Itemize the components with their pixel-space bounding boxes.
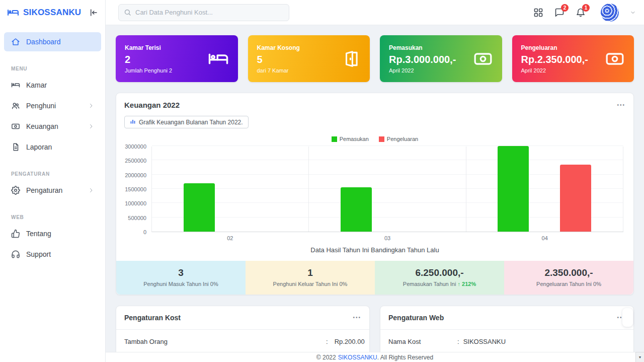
x-tick-label: 03 [309,232,466,241]
summary-value: 6.250.000,- [379,267,500,278]
bar-pemasukan-02[interactable] [184,183,215,232]
sidebar-item-label: Pengaturan [26,186,62,194]
settings-value: SIKOSSANKU [463,338,506,345]
settings-colon: : [457,338,459,345]
summary-penghuni-masuk: 3 Penghuni Masuk Tahun Ini 0% [116,261,246,295]
summary-label: Penghuni Keluar Tahun Ini [273,281,338,287]
gear-icon [11,186,20,195]
bar-pemasukan-04[interactable] [498,146,529,232]
messages-button[interactable]: 2 [554,8,565,18]
stat-card-pemasukan[interactable]: Pemasukan Rp.3.000.000,- April 2022 [380,35,502,82]
avatar[interactable] [601,4,619,22]
sidebar-item-tentang[interactable]: Tentang [4,224,101,243]
settings-row-item: Tambah Orang :Rp.200.00 [116,330,369,353]
bed-icon [11,81,20,90]
summary-change: 0% [340,281,348,287]
summary-label: Pengeluaran Tahun Ini [536,281,592,287]
chart-category [309,147,466,232]
summary-penghuni-keluar: 1 Penghuni Keluar Tahun Ini 0% [246,261,375,295]
sidebar-item-laporan[interactable]: Laporan [4,137,101,157]
footer-text-suffix: . All Rights Reserved [377,354,433,361]
legend-item-pemasukan[interactable]: Pemasukan [332,136,369,142]
cash-icon [473,49,493,69]
scrollbar-down-button[interactable]: ▼ [635,352,644,362]
stat-card-kamar-terisi[interactable]: Kamar Terisi 2 Jumlah Penghuni 2 [116,35,238,82]
headset-icon [11,250,20,259]
stat-card-kamar-kosong[interactable]: Kamar Kosong 5 dari 7 Kamar [248,35,370,82]
chart-plot [151,147,623,232]
summary-pemasukan: 6.250.000,- Pemasukan Tahun Ini ↑ 212% [375,261,504,295]
gridline [152,146,623,146]
sidebar-item-label: Dashboard [26,38,61,46]
bar-pengeluaran-04[interactable] [560,165,591,232]
legend-label: Pemasukan [340,136,369,142]
sidebar-item-label: Laporan [26,143,52,151]
chart-info-label: Grafik Keuangan Bulanan Tahun 2022. [139,119,243,126]
y-tick-label: 2000000 [125,172,146,178]
sidebar-collapse-icon[interactable] [89,8,98,17]
summary-change: 0% [593,281,601,287]
legend-swatch [332,136,337,142]
stat-value: 2 [125,54,172,65]
stat-title: Kamar Kosong [257,44,300,51]
sidebar-nav: Dashboard MENU Kamar Penghuni Keuangan L… [0,25,105,264]
bed-icon [208,48,229,69]
sidebar-item-penghuni[interactable]: Penghuni [4,96,101,115]
brand-logo[interactable]: SIKOSSANKU [0,0,105,25]
nav-section-menu: MENU [0,53,105,76]
stat-subtitle: Jumlah Penghuni 2 [125,67,172,74]
y-tick-label: 2500000 [125,158,146,164]
bar-pemasukan-03[interactable] [341,187,372,232]
options-icon[interactable]: ••• [617,103,625,108]
chart-x-axis: 020304 [151,232,623,241]
bar-chart-icon [130,118,136,126]
x-tick-label: 04 [466,232,623,241]
summary-label: Penghuni Masuk Tahun Ini [143,281,208,287]
apps-grid-button[interactable] [533,8,543,18]
stat-cards-row: Kamar Terisi 2 Jumlah Penghuni 2 Kamar K… [116,35,634,82]
caret-down-icon: ▼ [638,355,642,359]
sidebar-item-label: Kamar [26,81,47,89]
legend-label: Pengeluaran [387,136,418,142]
sidebar-item-label: Keuangan [26,122,58,130]
floating-button[interactable] [622,308,633,327]
stat-value: Rp.2.350.000,- [521,54,588,65]
card-title: Keuangan 2022 [124,101,617,109]
home-icon [11,37,20,46]
notifications-button[interactable]: 1 [576,8,586,18]
stat-title: Kamar Terisi [125,44,172,51]
footer-brand-link[interactable]: SIKOSSANKU [338,354,377,361]
stat-subtitle: dari 7 Kamar [257,67,300,74]
summary-change: ↑ 212% [457,281,476,287]
notifications-badge: 1 [582,4,590,12]
y-tick-label: 1000000 [125,200,146,206]
sidebar-item-pengaturan[interactable]: Pengaturan [4,181,101,200]
stat-card-pengeluaran[interactable]: Pengeluaran Rp.2.350.000,- April 2022 [512,35,634,82]
stat-title: Pemasukan [389,44,456,51]
chart-category [152,147,309,232]
chart-legend: PemasukanPengeluaran [116,136,633,142]
sidebar-item-dashboard[interactable]: Dashboard [4,32,101,51]
sidebar-item-support[interactable]: Support [4,245,101,264]
stat-subtitle: April 2022 [521,67,588,74]
stat-value: 5 [257,54,300,65]
options-icon[interactable]: ••• [353,315,361,320]
settings-label: Nama Kost [388,338,421,345]
chart-y-axis: 0500000100000015000002000000250000030000… [116,147,151,232]
y-tick-label: 500000 [128,215,146,221]
x-tick-label: 02 [151,232,309,241]
finance-card: Keuangan 2022 ••• Grafik Keuangan Bulana… [116,93,634,295]
legend-item-pengeluaran[interactable]: Pengeluaran [379,136,418,142]
nav-section-pengaturan: PENGATURAN [0,158,105,181]
stat-title: Pengeluaran [521,44,588,51]
sidebar-item-label: Tentang [26,230,51,238]
chevron-down-icon[interactable] [630,10,636,16]
bed-logo-icon [7,7,19,19]
sidebar: SIKOSSANKU Dashboard MENU Kamar Penghuni… [0,0,106,362]
sidebar-item-keuangan[interactable]: Keuangan [4,117,101,136]
nav-section-web: WEB [0,201,105,224]
chart-caption: Data Hasil Tahun Ini Bandingkan Tahun La… [116,246,633,254]
search-input[interactable] [135,9,284,16]
search-icon [124,9,131,16]
sidebar-item-kamar[interactable]: Kamar [4,76,101,95]
